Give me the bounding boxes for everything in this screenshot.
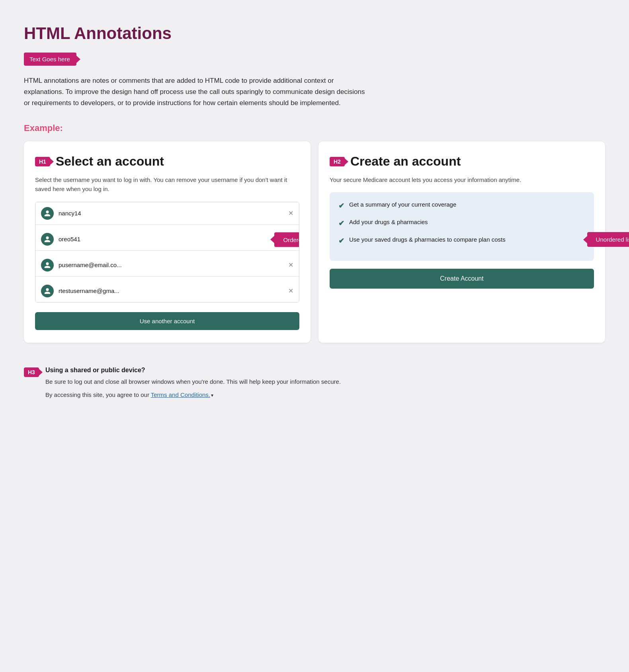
right-card: H2 Create an account Your secure Medicar… (318, 141, 605, 343)
remove-icon-pusername[interactable]: ✕ (288, 261, 293, 269)
h3-badge: H3 (24, 367, 39, 377)
right-card-subtitle: Your secure Medicare account lets you ac… (330, 175, 594, 184)
check-icon-3: ✔ (338, 236, 344, 246)
callout-badge: Text Goes here (24, 53, 76, 66)
benefit-item-1: ✔ Get a summary of your current coverage (338, 200, 585, 211)
bottom-heading: Using a shared or public device? (45, 367, 605, 374)
create-account-button[interactable]: Create Account (330, 269, 594, 289)
benefit-text-1: Get a summary of your current coverage (349, 200, 456, 209)
left-card-header: H1 Select an account (35, 154, 299, 169)
cards-container: H1 Select an account Select the username… (24, 141, 605, 343)
account-item[interactable]: nancy14 ✕ (35, 202, 299, 225)
benefits-list: ✔ Get a summary of your current coverage… (330, 192, 594, 261)
account-item-pusername[interactable]: pusername@email.co... ✕ (35, 254, 299, 277)
account-name-rtest: rtestusername@gma... (59, 287, 288, 294)
check-icon-2: ✔ (338, 218, 344, 229)
remove-icon-nancy[interactable]: ✕ (288, 209, 293, 217)
left-card: H1 Select an account Select the username… (24, 141, 311, 343)
terms-prefix: By accessing this site, you agree to our (45, 391, 151, 398)
h2-badge: H2 (330, 157, 345, 166)
h1-badge: H1 (35, 157, 50, 166)
remove-icon-rtest[interactable]: ✕ (288, 287, 293, 295)
right-card-header: H2 Create an account (330, 154, 594, 169)
benefit-item-2: ✔ Add your drugs & pharmacies (338, 218, 585, 229)
account-icon-pusername (41, 259, 54, 272)
callout-badge-text: Text Goes here (29, 56, 70, 63)
benefit-item-3: ✔ Use your saved drugs & pharmacies to c… (338, 235, 585, 246)
account-icon-rtest (41, 285, 54, 297)
page-title: HTML Annotations (24, 24, 605, 43)
example-label: Example: (24, 123, 605, 133)
account-name-oreo: oreo541 (59, 236, 293, 242)
benefit-text-3: Use your saved drugs & pharmacies to com… (349, 235, 506, 244)
benefit-text-2: Add your drugs & pharmacies (349, 218, 428, 227)
account-name-nancy: nancy14 (59, 210, 288, 217)
bottom-description: Be sure to log out and close all browser… (45, 377, 605, 387)
account-name-pusername: pusername@email.co... (59, 262, 288, 268)
bottom-text-block: Using a shared or public device? Be sure… (45, 367, 605, 398)
account-item-oreo[interactable]: oreo541 Ordered list (35, 228, 299, 251)
account-icon-oreo (41, 233, 54, 246)
unordered-list-callout: Unordered list (587, 232, 629, 247)
check-icon-1: ✔ (338, 201, 344, 211)
left-card-subtitle: Select the username you want to log in w… (35, 175, 299, 194)
terms-link[interactable]: Terms and Conditions. (151, 391, 210, 398)
terms-line: By accessing this site, you agree to our… (45, 391, 605, 398)
chevron-down-icon: ▾ (211, 393, 213, 398)
left-card-title: Select an account (56, 154, 164, 169)
account-icon-nancy (41, 207, 54, 220)
page-description: HTML annotations are notes or comments t… (24, 75, 366, 109)
account-list: nancy14 ✕ oreo541 Ordered list pusername… (35, 202, 299, 303)
bottom-section: H3 Using a shared or public device? Be s… (24, 356, 605, 398)
ordered-list-callout: Ordered list (274, 232, 299, 247)
account-item-rtest[interactable]: rtestusername@gma... ✕ (35, 280, 299, 302)
right-card-title: Create an account (350, 154, 461, 169)
use-another-button[interactable]: Use another account (35, 312, 299, 330)
